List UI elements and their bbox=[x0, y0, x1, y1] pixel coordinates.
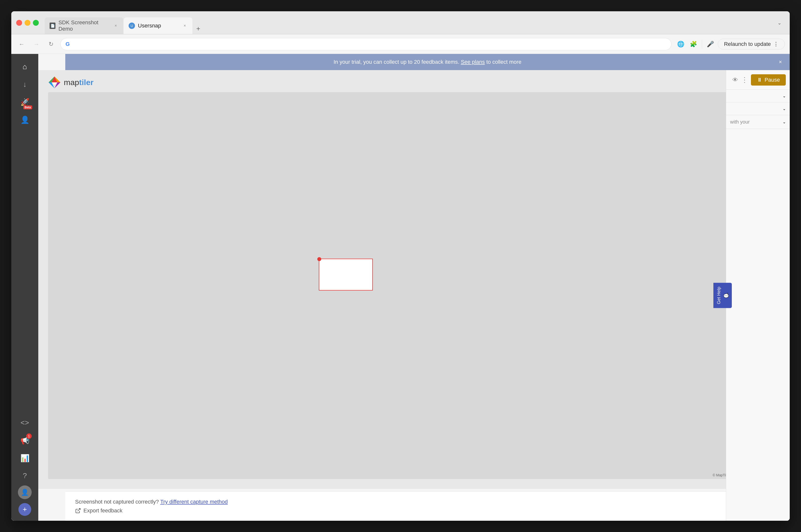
export-label: Export feedback bbox=[84, 508, 123, 514]
sidebar-icon-download[interactable]: ↓ bbox=[17, 76, 33, 92]
sidebar-avatar[interactable]: 👤 bbox=[18, 486, 32, 499]
tab-usersnap-close[interactable]: × bbox=[182, 23, 187, 28]
get-help-container: 💬 Get Help bbox=[713, 283, 732, 308]
maptiler-area: maptiler + − bbox=[38, 70, 790, 489]
chevron-down-icon-1[interactable]: ⌄ bbox=[783, 94, 786, 98]
tab-usersnap-label: Usersnap bbox=[138, 22, 161, 29]
map-canvas[interactable]: + − ◆ ➤ © MapTiler © OpenStreetMap bbox=[48, 92, 780, 479]
tab-sdk-close[interactable]: × bbox=[113, 23, 118, 28]
tab-sdk-demo[interactable]: 📄 SDK Screenshot Demo × bbox=[45, 17, 123, 34]
new-tab-button[interactable]: + bbox=[193, 23, 204, 34]
add-icon: + bbox=[22, 505, 27, 514]
sidebar-icon-home[interactable]: ⌂ bbox=[17, 59, 33, 75]
screenshot-notice: Screenshot not captured correctly? Try d… bbox=[75, 499, 228, 505]
title-bar: 📄 SDK Screenshot Demo × U Usersnap × + ⌄ bbox=[11, 11, 790, 34]
pause-label: Pause bbox=[765, 77, 780, 83]
relaunch-button[interactable]: Relaunch to update ⋮ bbox=[718, 39, 785, 50]
home-icon: ⌂ bbox=[22, 62, 27, 71]
sidebar-add-button[interactable]: + bbox=[18, 503, 31, 516]
banner-close-button[interactable]: × bbox=[776, 58, 785, 66]
avatar-icon: 👤 bbox=[21, 489, 29, 496]
right-panel: 👁 ⋮ ⏸ Pause ⌄ ⌄ with your ⌄ bbox=[726, 70, 790, 521]
nav-bar: ← → ↻ G 🌐 🧩 🎤 Relaunch to update ⋮ bbox=[11, 34, 790, 54]
sidebar-icon-code[interactable]: <> bbox=[17, 415, 33, 431]
sidebar-icon-rocket[interactable]: 🚀 Beta bbox=[17, 94, 33, 110]
person-icon: 👤 bbox=[20, 115, 30, 124]
chrome-extension-btn[interactable]: 🌐 bbox=[675, 39, 686, 50]
megaphone-badge: 1 bbox=[26, 434, 32, 439]
chevron-down-icon-3[interactable]: ⌄ bbox=[783, 120, 786, 124]
help-icon: ? bbox=[23, 472, 27, 480]
more-options-icon[interactable]: ⋮ bbox=[741, 76, 748, 84]
right-panel-section-1: ⌄ bbox=[726, 90, 790, 102]
right-panel-section-2: ⌄ bbox=[726, 102, 790, 115]
maximize-traffic-light[interactable] bbox=[33, 20, 39, 26]
maptiler-logo: maptiler bbox=[48, 76, 93, 89]
with-your-text: with your bbox=[730, 119, 750, 125]
get-help-label: Get Help bbox=[716, 287, 722, 304]
maptiler-text-map: map bbox=[64, 78, 79, 87]
eye-icon[interactable]: 👁 bbox=[732, 76, 738, 83]
maptiler-logo-text: maptiler bbox=[64, 78, 93, 87]
address-bar[interactable]: G bbox=[60, 38, 671, 50]
main-panel: In your trial, you can collect up to 20 … bbox=[38, 54, 790, 521]
see-plans-link[interactable]: See plans bbox=[461, 59, 485, 65]
nav-actions: 🌐 🧩 🎤 Relaunch to update ⋮ bbox=[675, 39, 785, 50]
sdk-favicon: 📄 bbox=[50, 22, 55, 29]
beta-badge: Beta bbox=[23, 106, 32, 109]
pause-icon: ⏸ bbox=[757, 77, 762, 83]
reload-button[interactable]: ↻ bbox=[45, 39, 56, 50]
download-icon: ↓ bbox=[23, 80, 27, 89]
chevron-down-icon-2[interactable]: ⌄ bbox=[783, 107, 786, 111]
nav-divider bbox=[702, 40, 702, 49]
get-help-button[interactable]: 💬 Get Help bbox=[713, 283, 732, 308]
close-icon: × bbox=[779, 59, 782, 65]
selection-rectangle bbox=[319, 259, 373, 290]
sidebar-icon-chart[interactable]: 📊 bbox=[17, 450, 33, 466]
export-icon bbox=[75, 508, 81, 514]
tab-dropdown-button[interactable]: ⌄ bbox=[774, 17, 785, 28]
bottom-bar: Screenshot not captured correctly? Try d… bbox=[65, 491, 790, 521]
maptiler-text-tiler: tiler bbox=[79, 78, 93, 87]
maptiler-logo-diamond-icon bbox=[48, 76, 61, 89]
relaunch-menu-icon: ⋮ bbox=[773, 41, 779, 47]
sidebar: ⌂ ↓ 🚀 Beta 👤 <> 📢 1 📊 bbox=[11, 54, 38, 521]
browser-window: 📄 SDK Screenshot Demo × U Usersnap × + ⌄… bbox=[11, 11, 790, 521]
usersnap-favicon: U bbox=[129, 22, 135, 29]
trial-message: In your trial, you can collect up to 20 … bbox=[333, 59, 459, 65]
tabs-bar: 📄 SDK Screenshot Demo × U Usersnap × + bbox=[45, 11, 770, 34]
right-panel-section-3: with your ⌄ bbox=[726, 115, 790, 129]
export-feedback-link[interactable]: Export feedback bbox=[75, 508, 228, 514]
address-input[interactable] bbox=[73, 41, 666, 48]
extensions-btn[interactable]: 🧩 bbox=[688, 39, 699, 50]
traffic-lights bbox=[16, 20, 39, 26]
tab-usersnap[interactable]: U Usersnap × bbox=[124, 17, 193, 34]
minimize-traffic-light[interactable] bbox=[24, 20, 31, 26]
content-area: ⌂ ↓ 🚀 Beta 👤 <> 📢 1 📊 bbox=[11, 54, 790, 521]
pause-button[interactable]: ⏸ Pause bbox=[751, 74, 786, 86]
close-traffic-light[interactable] bbox=[16, 20, 22, 26]
trial-banner: In your trial, you can collect up to 20 … bbox=[65, 54, 790, 70]
get-help-icon: 💬 bbox=[724, 293, 729, 298]
chart-icon: 📊 bbox=[20, 454, 30, 462]
sidebar-icon-megaphone[interactable]: 📢 1 bbox=[17, 433, 33, 448]
sidebar-icon-person[interactable]: 👤 bbox=[17, 112, 33, 128]
google-logo-icon: G bbox=[66, 41, 70, 47]
sidebar-icon-help[interactable]: ? bbox=[17, 468, 33, 483]
tab-sdk-label: SDK Screenshot Demo bbox=[58, 19, 110, 32]
trial-suffix: to collect more bbox=[486, 59, 522, 65]
right-panel-header: 👁 ⋮ ⏸ Pause bbox=[726, 70, 790, 90]
back-button[interactable]: ← bbox=[16, 39, 27, 50]
microphone-btn[interactable]: 🎤 bbox=[705, 39, 716, 50]
selection-handle[interactable] bbox=[317, 257, 321, 261]
screenshot-notice-text: Screenshot not captured correctly? bbox=[75, 499, 159, 505]
rocket-icon: 🚀 bbox=[20, 98, 30, 107]
code-icon: <> bbox=[20, 418, 29, 427]
try-different-link[interactable]: Try different capture method bbox=[160, 499, 228, 505]
relaunch-label: Relaunch to update bbox=[724, 41, 771, 47]
bottom-left: Screenshot not captured correctly? Try d… bbox=[75, 499, 228, 514]
forward-button[interactable]: → bbox=[31, 39, 42, 50]
